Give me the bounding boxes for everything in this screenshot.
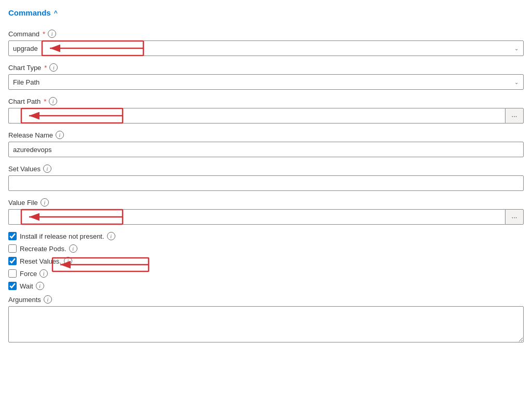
wait-checkbox[interactable]	[8, 282, 17, 290]
install-info-icon[interactable]: i	[107, 232, 115, 240]
section-chevron[interactable]: ^	[54, 9, 58, 17]
value-file-info-icon[interactable]: i	[41, 198, 49, 207]
set-values-info-icon[interactable]: i	[43, 164, 51, 173]
reset-values-info-icon[interactable]: i	[64, 257, 72, 265]
install-checkbox[interactable]	[8, 232, 17, 240]
command-select[interactable]: upgrade install delete list test	[8, 40, 524, 56]
chart-path-group: Chart Path * i ···	[8, 97, 524, 123]
section-header: Commands ^	[8, 8, 524, 21]
value-file-input[interactable]	[8, 209, 505, 225]
section-title: Commands	[8, 8, 51, 17]
force-info-icon[interactable]: i	[39, 269, 48, 278]
release-name-input[interactable]	[8, 142, 524, 157]
command-group: Command * i upgrade install delete list …	[8, 30, 524, 56]
recreate-pods-checkbox[interactable]	[8, 244, 17, 253]
command-label: Command * i	[8, 30, 524, 38]
chart-path-required: *	[44, 98, 46, 105]
chart-type-label: Chart Type * i	[8, 63, 524, 72]
force-checkbox-item: Force i	[8, 269, 524, 278]
set-values-input[interactable]	[8, 175, 524, 191]
arguments-textarea[interactable]	[8, 306, 524, 342]
command-select-wrapper: upgrade install delete list test ⌄	[8, 40, 524, 56]
install-checkbox-item: Install if release not present. i	[8, 232, 524, 240]
reset-values-checkbox[interactable]	[8, 257, 17, 265]
chart-path-label: Chart Path * i	[8, 97, 524, 105]
reset-values-checkbox-item: Reset Values. i	[8, 257, 524, 265]
value-file-group: Value File i ···	[8, 198, 524, 225]
arguments-info-icon[interactable]: i	[44, 295, 52, 304]
release-name-label: Release Name i	[8, 131, 524, 139]
force-checkbox[interactable]	[8, 269, 17, 278]
wait-checkbox-item: Wait i	[8, 282, 524, 290]
install-label: Install if release not present. i	[20, 232, 115, 240]
arguments-group: Arguments i	[8, 295, 524, 344]
reset-values-label: Reset Values. i	[20, 257, 72, 265]
recreate-pods-label: Recreate Pods. i	[20, 244, 77, 253]
recreate-pods-info-icon[interactable]: i	[69, 244, 77, 253]
value-file-browse-button[interactable]: ···	[505, 209, 524, 225]
command-required: *	[43, 30, 45, 38]
chart-type-select[interactable]: File Path URL Artifact	[8, 74, 524, 90]
set-values-label: Set Values i	[8, 164, 524, 173]
wait-info-icon[interactable]: i	[36, 282, 44, 290]
chart-type-select-wrapper: File Path URL Artifact ⌄	[8, 74, 524, 90]
value-file-label: Value File i	[8, 198, 524, 207]
checkboxes-group: Install if release not present. i Recrea…	[8, 232, 524, 290]
chart-type-info-icon[interactable]: i	[49, 63, 58, 72]
set-values-group: Set Values i	[8, 164, 524, 191]
force-label: Force i	[20, 269, 48, 278]
arguments-label: Arguments i	[8, 295, 524, 304]
chart-path-input-wrapper: ···	[8, 108, 524, 123]
chart-type-group: Chart Type * i File Path URL Artifact ⌄	[8, 63, 524, 90]
chart-path-info-icon[interactable]: i	[49, 97, 57, 105]
value-file-input-wrapper: ···	[8, 209, 524, 225]
recreate-pods-checkbox-item: Recreate Pods. i	[8, 244, 524, 253]
chart-path-input[interactable]	[8, 108, 505, 123]
command-info-icon[interactable]: i	[48, 30, 56, 38]
chart-path-browse-button[interactable]: ···	[505, 108, 524, 123]
release-name-group: Release Name i	[8, 131, 524, 157]
chart-type-required: *	[44, 64, 47, 72]
wait-label: Wait i	[20, 282, 44, 290]
release-name-info-icon[interactable]: i	[56, 131, 64, 139]
